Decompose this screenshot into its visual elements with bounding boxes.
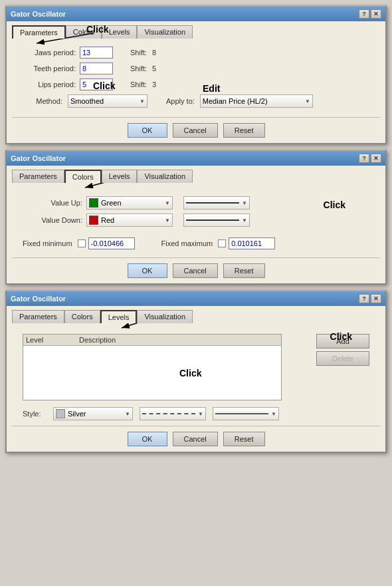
titlebar-3: Gator Oscillator ? ✕ (7, 291, 385, 306)
value-down-line-dropdown[interactable]: ▼ (183, 214, 250, 227)
style-line-dropdown[interactable]: ▼ (140, 407, 206, 420)
dialog-body-3: Click Parameters Colors Levels Visual (7, 306, 385, 452)
line-dashed (142, 413, 195, 414)
tab-visualization-2[interactable]: Visualization (137, 170, 193, 183)
reset-button-2[interactable]: Reset (223, 263, 265, 278)
tabs-2: Parameters Colors Levels Visualization (12, 170, 380, 183)
levels-content: Click Level Description Add (12, 329, 380, 423)
col-level: Level (26, 336, 79, 344)
tab-levels-3[interactable]: Levels (100, 310, 138, 323)
teeth-row: Teeth period: Shift: 5 (23, 63, 369, 74)
style-weight-dropdown[interactable]: ▼ (213, 407, 279, 420)
fixed-min-input[interactable] (88, 237, 135, 249)
tab-levels-2[interactable]: Levels (102, 170, 138, 183)
line-weight (215, 413, 268, 414)
dropdown-arrow-method: ▼ (140, 98, 145, 104)
buttons-row-2: OK Cancel Reset (12, 263, 380, 278)
jaws-label: Jaws period: (23, 49, 76, 57)
help-button-1[interactable]: ? (359, 9, 369, 19)
fixed-max-label: Fixed maximum (161, 239, 213, 247)
method-dropdown[interactable]: Smoothed ▼ (68, 94, 147, 108)
shift2-value: 5 (152, 65, 156, 73)
colors-content: Value Up: Green ▼ ▼ Value Down: Red ▼ (12, 188, 380, 255)
value-down-dropdown[interactable]: Red ▼ (86, 214, 173, 227)
delete-button[interactable]: Delete (316, 351, 369, 366)
close-button-2[interactable]: ✕ (371, 154, 381, 163)
lips-label: Lips period: (23, 80, 76, 88)
buttons-row-3: OK Cancel Reset (12, 432, 380, 446)
dropdown-arrow-style-color: ▼ (125, 411, 130, 417)
line-solid-down (186, 220, 239, 221)
levels-table-area: Level Description (23, 334, 311, 404)
ok-button-3[interactable]: OK (128, 432, 167, 446)
annotation-click-add: Click (330, 331, 352, 342)
jaws-input[interactable] (80, 47, 113, 59)
red-swatch (89, 216, 98, 225)
cancel-button-1[interactable]: Cancel (173, 123, 218, 138)
dialog-body-1: Parameters Colors Levels Visualization C… (7, 21, 385, 143)
side-buttons: Add Delete (316, 334, 369, 404)
tabs-3: Parameters Colors Levels Visualization (12, 310, 380, 323)
titlebar-buttons-3: ? ✕ (359, 294, 381, 303)
cancel-button-3[interactable]: Cancel (173, 432, 218, 446)
close-button-1[interactable]: ✕ (371, 9, 381, 19)
teeth-input[interactable] (80, 63, 113, 74)
title-2: Gator Oscillator (11, 154, 66, 162)
ok-button-1[interactable]: OK (128, 123, 167, 138)
apply-dropdown[interactable]: Median Price (HL/2) ▼ (200, 94, 313, 108)
cancel-button-2[interactable]: Cancel (173, 263, 218, 278)
value-down-row: Value Down: Red ▼ ▼ (23, 214, 369, 227)
fixed-min-group: Fixed minimum (23, 237, 135, 249)
fixed-min-label: Fixed minimum (23, 239, 72, 247)
close-button-3[interactable]: ✕ (371, 294, 381, 303)
dropdown-arrow-up: ▼ (165, 200, 170, 206)
style-row: Style: Silver ▼ ▼ ▼ (23, 407, 369, 420)
value-up-row: Value Up: Green ▼ ▼ (23, 196, 369, 210)
value-up-dropdown[interactable]: Green ▼ (86, 196, 173, 210)
dropdown-arrow-line-up: ▼ (242, 200, 247, 206)
reset-button-1[interactable]: Reset (223, 123, 265, 138)
jaws-row: Jaws period: Shift: 8 (23, 47, 369, 59)
help-button-3[interactable]: ? (359, 294, 369, 303)
levels-table: Level Description (23, 334, 282, 400)
shift3-label: Shift: (130, 80, 147, 88)
tab-colors-2[interactable]: Colors (64, 170, 102, 183)
value-up-line-dropdown[interactable]: ▼ (183, 196, 250, 210)
shift1-label: Shift: (130, 49, 147, 57)
edit-label: Edit (203, 83, 220, 94)
buttons-row-1: OK Cancel Reset (12, 123, 380, 138)
title-1: Gator Oscillator (11, 10, 66, 18)
fixed-min-checkbox[interactable] (78, 239, 86, 247)
tab-visualization-1[interactable]: Visualization (137, 25, 193, 39)
shift3-value: 3 (152, 80, 156, 88)
ok-button-2[interactable]: OK (128, 263, 167, 278)
tab-parameters-2[interactable]: Parameters (12, 170, 64, 183)
style-label: Style: (23, 410, 49, 418)
levels-table-header: Level Description (23, 335, 281, 346)
title-3: Gator Oscillator (11, 295, 66, 303)
params-content: Jaws period: Shift: 8 Teeth period: Shif… (12, 44, 380, 114)
dropdown-arrow-style-weight: ▼ (271, 411, 276, 417)
annotation-click-method: Click (93, 80, 115, 91)
style-color-dropdown[interactable]: Silver ▼ (53, 407, 133, 420)
dialog-colors: Gator Oscillator ? ✕ Click Parameters (5, 150, 387, 285)
titlebar-buttons-1: ? ✕ (359, 9, 381, 19)
tab-parameters-1[interactable]: Parameters (12, 25, 66, 39)
titlebar-1: Gator Oscillator ? ✕ (7, 7, 385, 21)
annotation-click-1: Click (86, 24, 108, 35)
teeth-label: Teeth period: (23, 65, 76, 73)
reset-button-3[interactable]: Reset (223, 432, 265, 446)
dropdown-arrow-line-down: ▼ (242, 218, 247, 223)
fixed-row: Fixed minimum Fixed maximum (23, 237, 369, 249)
fixed-max-input[interactable] (229, 237, 275, 249)
help-button-2[interactable]: ? (359, 154, 369, 163)
tab-colors-3[interactable]: Colors (64, 310, 100, 323)
annotation-click-line: Click (324, 200, 345, 210)
dialog-levels: Gator Oscillator ? ✕ Click Parameters (5, 290, 387, 453)
fixed-max-checkbox[interactable] (218, 239, 226, 247)
dropdown-arrow-down: ▼ (165, 218, 170, 223)
tab-visualization-3[interactable]: Visualization (137, 310, 193, 323)
tab-parameters-3[interactable]: Parameters (12, 310, 64, 323)
dialog-parameters: Gator Oscillator ? ✕ Parameters Colors L… (5, 5, 387, 144)
lips-row: Lips period: Shift: 3 (23, 78, 369, 90)
